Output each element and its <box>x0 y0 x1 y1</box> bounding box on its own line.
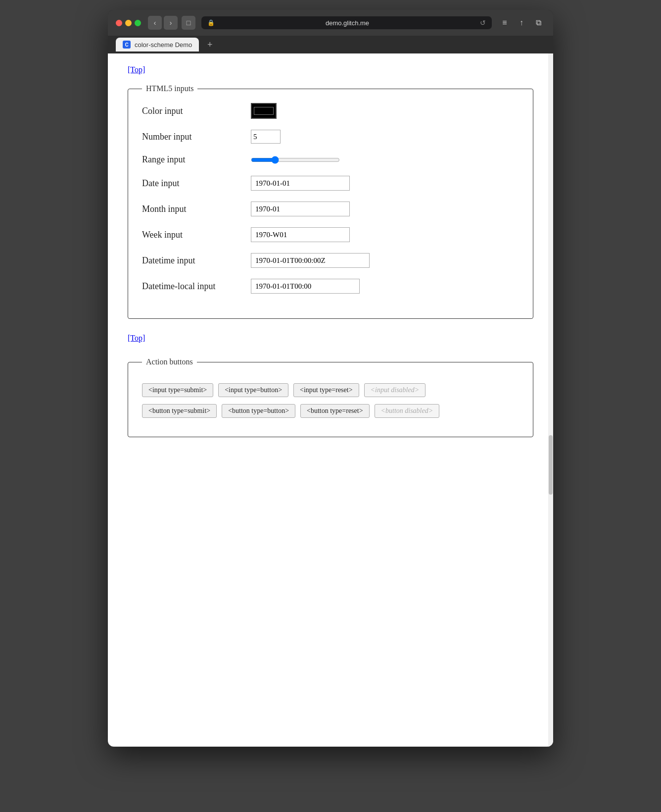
color-input-row: Color input <box>142 103 519 119</box>
date-input-label: Date input <box>142 178 251 189</box>
scrollbar-thumb[interactable] <box>549 435 553 495</box>
share-button[interactable]: ↑ <box>515 16 528 30</box>
date-input[interactable] <box>251 176 350 191</box>
lock-icon: 🔒 <box>207 19 215 26</box>
color-input-label: Color input <box>142 106 251 116</box>
browser-content: [Top] HTML5 inputs Color input Number in… <box>108 53 553 747</box>
month-input[interactable] <box>251 202 350 216</box>
tab-bar: C color-scheme Demo + <box>108 36 553 53</box>
scrollbar-track <box>548 53 553 747</box>
action-buttons-fieldset: Action buttons <input type=submit> <inpu… <box>128 357 533 437</box>
week-input-row: Week input <box>142 227 519 242</box>
datetime-local-input-label: Datetime-local input <box>142 281 251 292</box>
button-submit-button[interactable]: <button type=submit> <box>142 404 217 418</box>
month-input-label: Month input <box>142 204 251 214</box>
button-reset-button[interactable]: <button type=reset> <box>300 404 370 418</box>
datetime-input[interactable] <box>251 253 370 268</box>
number-input-row: Number input <box>142 130 519 144</box>
url-text: demo.glitch.me <box>218 19 477 27</box>
number-input[interactable] <box>251 130 281 144</box>
html5-inputs-fieldset: HTML5 inputs Color input Number input Ra… <box>128 84 533 319</box>
html5-inputs-legend: HTML5 inputs <box>142 84 197 93</box>
week-input[interactable] <box>251 227 350 242</box>
forward-button[interactable]: › <box>164 16 178 30</box>
nav-buttons: ‹ › <box>148 16 178 30</box>
datetime-input-label: Datetime input <box>142 255 251 266</box>
action-buttons-legend: Action buttons <box>142 357 197 366</box>
date-input-row: Date input <box>142 176 519 191</box>
tab-favicon: C <box>123 41 131 49</box>
sidebar-button[interactable]: □ <box>182 16 195 30</box>
range-input-row: Range input <box>142 154 519 165</box>
week-input-label: Week input <box>142 230 251 240</box>
color-input[interactable] <box>251 103 277 119</box>
input-disabled-button: <input disabled> <box>364 383 426 397</box>
datetime-local-input-row: Datetime-local input <box>142 279 519 294</box>
input-reset-button[interactable]: <input type=reset> <box>293 383 359 397</box>
minimize-button[interactable] <box>125 20 132 26</box>
address-bar[interactable]: 🔒 demo.glitch.me ↺ <box>201 16 492 29</box>
menu-button[interactable]: ≡ <box>498 16 512 30</box>
range-input-label: Range input <box>142 154 251 165</box>
number-input-label: Number input <box>142 132 251 142</box>
browser-toolbar: ‹ › □ 🔒 demo.glitch.me ↺ ≡ ↑ ⧉ <box>108 10 553 36</box>
button-button-group: <button type=submit> <button type=button… <box>142 404 519 418</box>
datetime-input-row: Datetime input <box>142 253 519 268</box>
button-disabled-button: <button disabled> <box>375 404 440 418</box>
new-tab-button[interactable]: + <box>203 38 217 51</box>
browser-window: ‹ › □ 🔒 demo.glitch.me ↺ ≡ ↑ ⧉ C color-s… <box>108 10 553 747</box>
month-input-row: Month input <box>142 202 519 216</box>
maximize-button[interactable] <box>135 20 141 26</box>
input-button-group: <input type=submit> <input type=button> … <box>142 383 519 397</box>
input-button-button[interactable]: <input type=button> <box>218 383 288 397</box>
top-link-2[interactable]: [Top] <box>128 334 145 343</box>
toolbar-actions: ≡ ↑ ⧉ <box>498 16 545 30</box>
active-tab[interactable]: C color-scheme Demo <box>116 38 199 51</box>
datetime-local-input[interactable] <box>251 279 360 294</box>
tab-title: color-scheme Demo <box>135 41 192 49</box>
range-input[interactable] <box>251 156 340 164</box>
close-button[interactable] <box>116 20 122 26</box>
top-link-1[interactable]: [Top] <box>128 65 145 74</box>
reload-icon[interactable]: ↺ <box>480 19 486 27</box>
input-submit-button[interactable]: <input type=submit> <box>142 383 213 397</box>
back-button[interactable]: ‹ <box>148 16 162 30</box>
browser-chrome: ‹ › □ 🔒 demo.glitch.me ↺ ≡ ↑ ⧉ C color-s… <box>108 10 553 53</box>
copy-tab-button[interactable]: ⧉ <box>531 16 545 30</box>
button-button-button[interactable]: <button type=button> <box>222 404 295 418</box>
traffic-lights <box>116 20 141 26</box>
